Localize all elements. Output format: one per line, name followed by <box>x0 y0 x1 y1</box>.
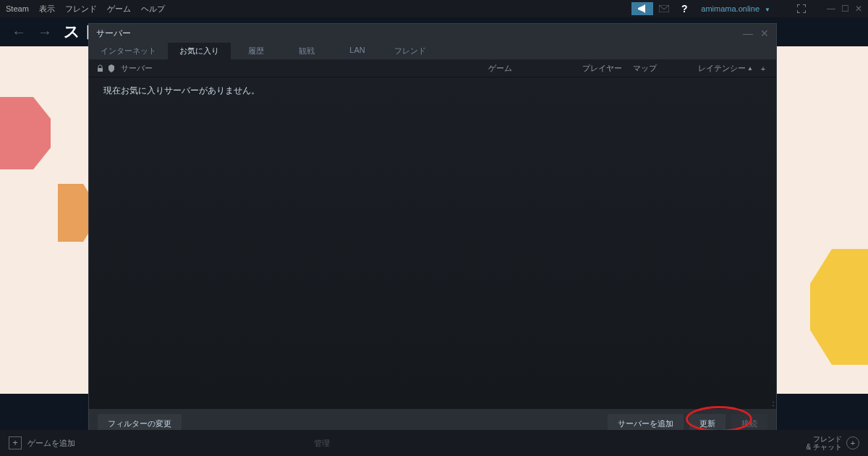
username-label: amimama.online <box>701 4 760 13</box>
manage-label[interactable]: 管理 <box>314 438 330 449</box>
dialog-minimize-button[interactable]: — <box>743 28 753 39</box>
maximize-button[interactable]: ☐ <box>841 4 849 14</box>
announce-icon[interactable] <box>631 2 653 15</box>
bg-shape-yellow <box>810 249 868 365</box>
column-add-button[interactable]: + <box>756 64 770 73</box>
nav-back-icon[interactable]: ← <box>12 24 26 41</box>
tab-favorites[interactable]: お気に入り <box>168 43 231 59</box>
column-server[interactable]: サーバー <box>118 63 488 74</box>
close-button[interactable]: ✕ <box>855 4 862 14</box>
column-latency[interactable]: レイテンシー ▲ <box>698 63 756 74</box>
sort-asc-icon: ▲ <box>747 65 753 72</box>
friends-chat-button[interactable]: フレンド & チャット + <box>807 435 859 451</box>
tab-internet[interactable]: インターネット <box>89 43 168 59</box>
dialog-titlebar[interactable]: サーバー — ✕ <box>89 24 776 43</box>
tab-history[interactable]: 履歴 <box>231 43 281 59</box>
list-resize-grip[interactable]: .:: <box>772 400 773 408</box>
add-game-plus-icon[interactable]: + <box>9 436 22 449</box>
column-player[interactable]: プレイヤー <box>582 63 633 74</box>
dialog-title: サーバー <box>96 28 131 40</box>
tab-friends[interactable]: フレンド <box>383 43 438 59</box>
steam-bottombar: + ゲームを追加 管理 フレンド & チャット + <box>0 430 868 456</box>
friends-plus-icon: + <box>846 436 859 449</box>
username-dropdown[interactable]: amimama.online ▼ <box>695 4 776 13</box>
menu-help[interactable]: ヘルプ <box>141 4 165 14</box>
brand-label[interactable]: Steam <box>6 4 29 13</box>
tab-spectate[interactable]: 観戦 <box>281 43 332 59</box>
menu-games[interactable]: ゲーム <box>107 4 131 14</box>
menu-friends[interactable]: フレンド <box>65 4 97 14</box>
dialog-close-button[interactable]: ✕ <box>760 28 769 39</box>
tab-lan[interactable]: LAN <box>332 43 383 59</box>
column-game[interactable]: ゲーム <box>488 63 582 74</box>
steam-topbar: Steam 表示 フレンド ゲーム ヘルプ ? amimama.online ▼… <box>0 0 868 17</box>
friends-line2: & チャット <box>807 443 842 451</box>
bg-shape-pink <box>0 97 51 169</box>
menu-view[interactable]: 表示 <box>39 4 55 14</box>
fullscreen-icon[interactable] <box>792 2 811 15</box>
inbox-icon[interactable] <box>655 2 673 15</box>
column-password[interactable] <box>95 64 105 72</box>
server-list-body: 現在お気に入りサーバーがありません。 .:: <box>89 77 776 409</box>
help-icon[interactable]: ? <box>675 2 694 15</box>
nav-forward-icon[interactable]: → <box>38 24 52 41</box>
chevron-down-icon: ▼ <box>765 7 770 13</box>
minimize-button[interactable]: — <box>827 4 835 14</box>
server-tabs: インターネット お気に入り 履歴 観戦 LAN フレンド <box>89 43 776 60</box>
column-map[interactable]: マップ <box>633 63 698 74</box>
friends-line1: フレンド <box>807 435 842 443</box>
svg-rect-1 <box>98 68 103 72</box>
server-list-header: サーバー ゲーム プレイヤー マップ レイテンシー ▲ + <box>89 60 776 77</box>
empty-message: 現在お気に入りサーバーがありません。 <box>103 85 260 96</box>
server-dialog: サーバー — ✕ インターネット お気に入り 履歴 観戦 LAN フレンド サー… <box>88 23 777 439</box>
add-game-label[interactable]: ゲームを追加 <box>27 438 75 449</box>
column-secure[interactable] <box>105 64 118 72</box>
latency-label: レイテンシー <box>698 63 746 74</box>
